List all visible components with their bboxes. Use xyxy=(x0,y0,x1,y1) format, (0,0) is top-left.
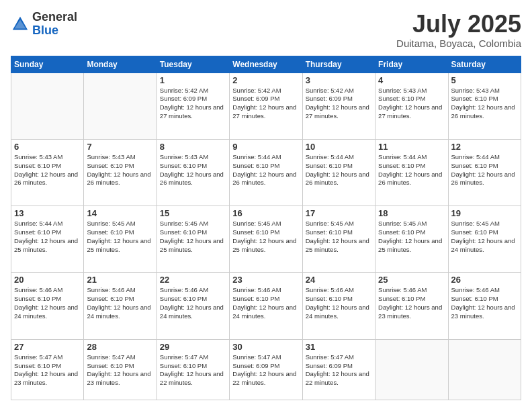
day-number: 24 xyxy=(306,275,372,285)
day-info: Sunrise: 5:42 AM Sunset: 6:09 PM Dayligh… xyxy=(232,87,299,121)
day-number: 20 xyxy=(14,275,81,285)
logo-icon xyxy=(11,15,30,34)
day-number: 28 xyxy=(87,342,153,352)
table-row: 28Sunrise: 5:47 AM Sunset: 6:10 PM Dayli… xyxy=(84,339,157,400)
logo-text: General Blue xyxy=(32,11,77,38)
day-info: Sunrise: 5:45 AM Sunset: 6:10 PM Dayligh… xyxy=(451,220,518,254)
logo-blue: Blue xyxy=(32,24,58,37)
logo: General Blue xyxy=(11,11,77,38)
day-number: 26 xyxy=(451,275,518,285)
table-row: 12Sunrise: 5:44 AM Sunset: 6:10 PM Dayli… xyxy=(448,139,521,205)
page: General Blue July 2025 Duitama, Boyaca, … xyxy=(0,0,532,411)
day-info: Sunrise: 5:44 AM Sunset: 6:10 PM Dayligh… xyxy=(306,153,372,187)
day-number: 12 xyxy=(451,142,518,152)
day-number: 9 xyxy=(232,142,299,152)
col-sunday: Sunday xyxy=(11,56,84,73)
table-row: 17Sunrise: 5:45 AM Sunset: 6:10 PM Dayli… xyxy=(302,206,375,273)
day-number: 7 xyxy=(87,142,153,152)
day-info: Sunrise: 5:47 AM Sunset: 6:09 PM Dayligh… xyxy=(306,353,372,387)
table-row: 3Sunrise: 5:42 AM Sunset: 6:09 PM Daylig… xyxy=(302,73,375,139)
day-number: 8 xyxy=(160,142,226,152)
day-number: 19 xyxy=(451,208,518,218)
day-info: Sunrise: 5:46 AM Sunset: 6:10 PM Dayligh… xyxy=(306,286,372,320)
logo-general: General xyxy=(32,10,77,24)
col-friday: Friday xyxy=(375,56,448,73)
calendar-header-row: Sunday Monday Tuesday Wednesday Thursday… xyxy=(11,56,521,73)
table-row: 6Sunrise: 5:43 AM Sunset: 6:10 PM Daylig… xyxy=(11,139,84,205)
day-number: 17 xyxy=(306,208,372,218)
table-row: 8Sunrise: 5:43 AM Sunset: 6:10 PM Daylig… xyxy=(157,139,229,205)
day-info: Sunrise: 5:46 AM Sunset: 6:10 PM Dayligh… xyxy=(232,286,299,320)
table-row: 15Sunrise: 5:45 AM Sunset: 6:10 PM Dayli… xyxy=(157,206,229,273)
day-number: 23 xyxy=(232,275,299,285)
day-info: Sunrise: 5:43 AM Sunset: 6:10 PM Dayligh… xyxy=(451,87,518,121)
day-info: Sunrise: 5:45 AM Sunset: 6:10 PM Dayligh… xyxy=(160,220,226,254)
table-row xyxy=(448,339,521,400)
day-number: 31 xyxy=(306,342,372,352)
col-tuesday: Tuesday xyxy=(157,56,229,73)
day-info: Sunrise: 5:44 AM Sunset: 6:10 PM Dayligh… xyxy=(451,153,518,187)
table-row: 27Sunrise: 5:47 AM Sunset: 6:10 PM Dayli… xyxy=(11,339,84,400)
table-row: 18Sunrise: 5:45 AM Sunset: 6:10 PM Dayli… xyxy=(375,206,448,273)
day-info: Sunrise: 5:44 AM Sunset: 6:10 PM Dayligh… xyxy=(232,153,299,187)
day-info: Sunrise: 5:45 AM Sunset: 6:10 PM Dayligh… xyxy=(378,220,445,254)
col-saturday: Saturday xyxy=(448,56,521,73)
day-number: 4 xyxy=(378,75,445,85)
day-info: Sunrise: 5:43 AM Sunset: 6:10 PM Dayligh… xyxy=(378,87,445,121)
day-number: 10 xyxy=(306,142,372,152)
table-row: 22Sunrise: 5:46 AM Sunset: 6:10 PM Dayli… xyxy=(157,273,229,339)
day-info: Sunrise: 5:47 AM Sunset: 6:09 PM Dayligh… xyxy=(232,353,299,387)
table-row: 31Sunrise: 5:47 AM Sunset: 6:09 PM Dayli… xyxy=(302,339,375,400)
day-info: Sunrise: 5:43 AM Sunset: 6:10 PM Dayligh… xyxy=(160,153,226,187)
table-row: 7Sunrise: 5:43 AM Sunset: 6:10 PM Daylig… xyxy=(84,139,157,205)
calendar-table: Sunday Monday Tuesday Wednesday Thursday… xyxy=(11,56,521,400)
col-wednesday: Wednesday xyxy=(230,56,302,73)
day-info: Sunrise: 5:45 AM Sunset: 6:10 PM Dayligh… xyxy=(87,220,153,254)
day-number: 21 xyxy=(87,275,153,285)
day-info: Sunrise: 5:47 AM Sunset: 6:10 PM Dayligh… xyxy=(14,353,81,387)
table-row xyxy=(375,339,448,400)
day-number: 25 xyxy=(378,275,445,285)
table-row: 25Sunrise: 5:46 AM Sunset: 6:10 PM Dayli… xyxy=(375,273,448,339)
day-number: 16 xyxy=(232,208,299,218)
table-row: 11Sunrise: 5:44 AM Sunset: 6:10 PM Dayli… xyxy=(375,139,448,205)
header: General Blue July 2025 Duitama, Boyaca, … xyxy=(11,11,521,49)
day-number: 1 xyxy=(160,75,226,85)
table-row xyxy=(84,73,157,139)
table-row: 26Sunrise: 5:46 AM Sunset: 6:10 PM Dayli… xyxy=(448,273,521,339)
table-row: 30Sunrise: 5:47 AM Sunset: 6:09 PM Dayli… xyxy=(230,339,302,400)
day-info: Sunrise: 5:46 AM Sunset: 6:10 PM Dayligh… xyxy=(378,286,445,320)
day-info: Sunrise: 5:44 AM Sunset: 6:10 PM Dayligh… xyxy=(14,220,81,254)
day-info: Sunrise: 5:42 AM Sunset: 6:09 PM Dayligh… xyxy=(306,87,372,121)
day-number: 18 xyxy=(378,208,445,218)
table-row: 13Sunrise: 5:44 AM Sunset: 6:10 PM Dayli… xyxy=(11,206,84,273)
table-row: 2Sunrise: 5:42 AM Sunset: 6:09 PM Daylig… xyxy=(230,73,302,139)
day-info: Sunrise: 5:46 AM Sunset: 6:10 PM Dayligh… xyxy=(451,286,518,320)
location: Duitama, Boyaca, Colombia xyxy=(396,38,521,49)
table-row: 19Sunrise: 5:45 AM Sunset: 6:10 PM Dayli… xyxy=(448,206,521,273)
day-info: Sunrise: 5:44 AM Sunset: 6:10 PM Dayligh… xyxy=(378,153,445,187)
day-info: Sunrise: 5:47 AM Sunset: 6:10 PM Dayligh… xyxy=(160,353,226,387)
day-info: Sunrise: 5:43 AM Sunset: 6:10 PM Dayligh… xyxy=(87,153,153,187)
day-number: 11 xyxy=(378,142,445,152)
table-row xyxy=(11,73,84,139)
table-row: 21Sunrise: 5:46 AM Sunset: 6:10 PM Dayli… xyxy=(84,273,157,339)
day-number: 27 xyxy=(14,342,81,352)
table-row: 14Sunrise: 5:45 AM Sunset: 6:10 PM Dayli… xyxy=(84,206,157,273)
day-number: 14 xyxy=(87,208,153,218)
col-thursday: Thursday xyxy=(302,56,375,73)
day-number: 22 xyxy=(160,275,226,285)
day-info: Sunrise: 5:46 AM Sunset: 6:10 PM Dayligh… xyxy=(87,286,153,320)
table-row: 23Sunrise: 5:46 AM Sunset: 6:10 PM Dayli… xyxy=(230,273,302,339)
day-number: 15 xyxy=(160,208,226,218)
day-info: Sunrise: 5:46 AM Sunset: 6:10 PM Dayligh… xyxy=(14,286,81,320)
day-info: Sunrise: 5:42 AM Sunset: 6:09 PM Dayligh… xyxy=(160,87,226,121)
day-info: Sunrise: 5:45 AM Sunset: 6:10 PM Dayligh… xyxy=(306,220,372,254)
day-number: 13 xyxy=(14,208,81,218)
table-row: 4Sunrise: 5:43 AM Sunset: 6:10 PM Daylig… xyxy=(375,73,448,139)
table-row: 20Sunrise: 5:46 AM Sunset: 6:10 PM Dayli… xyxy=(11,273,84,339)
day-info: Sunrise: 5:47 AM Sunset: 6:10 PM Dayligh… xyxy=(87,353,153,387)
day-number: 6 xyxy=(14,142,81,152)
title-block: July 2025 Duitama, Boyaca, Colombia xyxy=(396,11,521,49)
table-row: 16Sunrise: 5:45 AM Sunset: 6:10 PM Dayli… xyxy=(230,206,302,273)
